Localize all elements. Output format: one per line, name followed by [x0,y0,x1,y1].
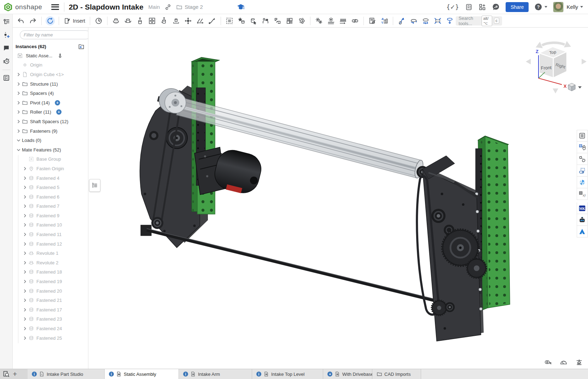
search-tools-box[interactable]: Search tools... alt/⌥ c [456,16,502,25]
chevron-right-icon[interactable] [21,334,28,341]
tab-info-icon[interactable]: i [32,372,37,377]
mk-app-icon[interactable]: MK [577,202,588,214]
screw-relation-icon[interactable] [338,16,348,25]
configured-parts-icon[interactable] [577,142,588,153]
main-menu-icon[interactable] [51,4,59,10]
pin-slot-mate-icon[interactable] [171,16,181,25]
tab-intake-arm[interactable]: i Intake Arm [179,369,252,379]
chevron-down-icon[interactable] [15,137,22,144]
in-context-icon[interactable] [273,16,282,25]
apps-grid-icon[interactable] [479,4,486,11]
tree-item-spacers[interactable]: Spacers (4) [13,88,88,98]
share-button[interactable]: Share [506,2,529,12]
chevron-right-icon[interactable] [15,90,22,97]
tab-info-icon[interactable]: i [109,372,114,377]
chevron-right-icon[interactable] [21,203,28,210]
sheet-roll-icon[interactable] [577,165,588,177]
tab-intake-part-studio[interactable]: i Intake Part Studio [28,369,105,379]
tasks-icon[interactable] [1,73,11,83]
chevron-right-icon[interactable] [15,99,22,106]
create-version-icon[interactable] [1,30,11,40]
tree-item-static-assembly[interactable]: Static Asse... [13,51,88,61]
filter-input[interactable] [20,30,88,39]
tree-item-fastened-7[interactable]: Fastened 7 [13,202,88,211]
tree-item-fastened-18[interactable]: Fastened 18 [13,268,88,277]
update-available-icon[interactable] [55,100,60,105]
tab-static-assembly[interactable]: i Static Assembly [105,369,179,379]
tab-info-icon[interactable]: i [256,372,261,377]
help-caret-icon[interactable] [545,6,547,8]
chevron-right-icon[interactable] [21,222,28,229]
mass-properties-icon[interactable] [575,358,583,366]
tangent-mate-icon[interactable] [196,16,205,25]
ai-assistant-icon[interactable] [492,3,500,11]
tab-info-icon[interactable]: i [183,372,188,377]
chevron-right-icon[interactable] [21,259,28,266]
slider-mate-icon[interactable] [135,16,145,25]
tree-item-fastened-21[interactable]: Fastened 21 [13,295,88,305]
tree-item-fastened-17[interactable]: Fastened 17 [13,305,88,315]
group-icon[interactable] [225,16,234,25]
history-icon[interactable] [1,56,11,67]
learning-center-icon[interactable] [237,4,245,11]
feature-spec-icon[interactable]: {✓} [446,4,459,11]
workspace-name[interactable]: Main [149,4,160,10]
rotate-tool-icon[interactable] [46,16,55,25]
tree-item-fastened-9[interactable]: Fastened 9 [13,211,88,220]
tree-item-fastened-24[interactable]: Fastened 24 [13,324,88,333]
snap-mode-icon[interactable] [261,16,270,25]
chevron-right-icon[interactable] [15,118,22,125]
user-avatar[interactable] [553,2,564,12]
chevron-right-icon[interactable] [15,71,22,78]
tree-item-revolute-2[interactable]: Revolute 2 [13,258,88,268]
tab-cad-imports[interactable]: CAD Imports [372,369,421,379]
tree-item-fasten-origin[interactable]: Fasten Origin [13,164,88,173]
insert-button[interactable]: Insert [64,17,85,24]
chevron-right-icon[interactable] [21,297,28,304]
chevron-right-icon[interactable] [21,231,28,238]
feature-list-icon[interactable] [1,17,11,27]
rotate-arrow-right[interactable] [582,59,587,64]
chevron-right-icon[interactable] [21,240,28,247]
help-icon[interactable]: ? [534,3,542,11]
display-states-icon[interactable] [368,16,377,25]
rotate-arrow-bottom[interactable] [553,88,558,93]
tree-item-roller[interactable]: Roller (11) [13,108,88,117]
tree-item-fastened-20[interactable]: Fastened 20 [13,286,88,296]
tree-item-fastened-23[interactable]: Fastened 23 [13,315,88,324]
search-tabs-icon[interactable] [3,371,10,378]
positions-clock-icon[interactable] [94,16,103,25]
undo-icon[interactable] [16,16,25,25]
chevron-right-icon[interactable] [15,127,22,134]
update-available-icon[interactable] [56,109,62,115]
panel-collapse-handle[interactable] [89,179,100,192]
rotate-arrow-top[interactable] [542,43,565,45]
replicate-icon[interactable] [237,16,246,25]
measure-tape-icon[interactable] [544,358,552,366]
graphics-viewport[interactable]: Top Front Right Z X [88,28,588,369]
arrows-out-ellipse-tool-icon[interactable] [421,16,430,25]
curve-arrow-tool-icon[interactable] [397,16,406,25]
tree-item-fastened-6[interactable]: Fastened 6 [13,192,88,202]
motor[interactable] [194,147,264,196]
tree-item-fastened-10[interactable]: Fastened 10 [13,220,88,230]
tree-item-shaft-spacers[interactable]: Shaft Spacers (12) [13,117,88,126]
chevron-down-icon[interactable] [15,146,22,153]
triangle-app-icon[interactable] [577,226,588,237]
tree-item-revolute-1[interactable]: Revolute 1 [13,248,88,258]
tab-with-drivebase[interactable]: With Drivebase [323,369,372,379]
document-title[interactable]: 2D - Slapdown Intake [69,3,143,11]
tree-item-base-group[interactable]: Base Group [13,155,88,164]
select-parts-icon[interactable] [249,16,258,25]
robot-app-icon[interactable] [577,214,588,226]
insert-part-icon[interactable] [577,153,588,165]
tab-intake-top-level[interactable]: i Intake Top Level [252,369,323,379]
rack-pinion-relation-icon[interactable] [326,16,336,25]
tree-item-structure[interactable]: Structure (11) [13,79,88,89]
tree-item-fastened-4[interactable]: Fastened 4 [13,173,88,183]
chevron-right-icon[interactable] [21,193,28,200]
featurescript-app-icon[interactable]: x) [577,188,588,200]
chevron-right-icon[interactable] [21,165,28,172]
redo-icon[interactable] [28,16,37,25]
arrow-down-ellipse-tool-icon[interactable] [445,16,454,25]
